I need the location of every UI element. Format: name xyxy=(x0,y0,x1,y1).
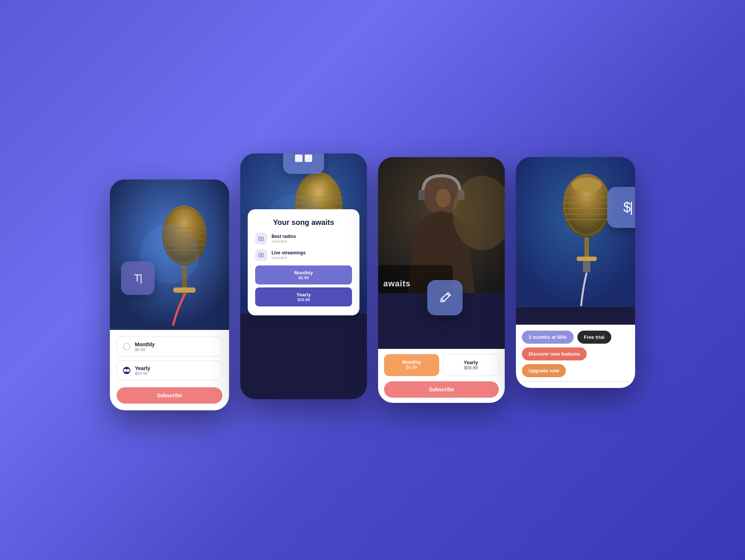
svg-rect-48 xyxy=(583,261,590,272)
main-scene: T| Monthly $6.99 Yearly $59.99 xyxy=(112,150,633,410)
svg-point-29 xyxy=(260,255,262,256)
text-cursor-icon: T| xyxy=(134,272,142,284)
yearly-radio[interactable] xyxy=(123,367,130,374)
discover-features-pill[interactable]: Discover new features xyxy=(522,347,587,360)
phone1-text-icon: T| xyxy=(121,261,155,295)
monthly-label: Monthly $6.99 xyxy=(135,341,155,352)
subscribe-button-1[interactable]: Subscribe xyxy=(117,387,222,404)
svg-point-27 xyxy=(260,238,262,240)
divider-bar xyxy=(522,381,629,382)
phone2-subscription-card: Your song awaits Best radios included Li… xyxy=(248,209,359,315)
phone1-options-panel: Monthly $6.99 Yearly $59.99 Subscribe xyxy=(110,330,229,410)
phone-3: awaits Monthly $6.99 Yearly $59.99 Subsc… xyxy=(378,157,505,403)
phone-4: $| xyxy=(516,157,635,388)
svg-rect-32 xyxy=(418,190,425,200)
radio-feature-icon xyxy=(255,233,267,245)
pill-row-2: Discover new features Upgrade now xyxy=(522,347,629,377)
grid-icon-svg xyxy=(294,153,313,163)
yearly-label: Yearly $59.99 xyxy=(135,365,150,376)
radios-feature-text: Best radios included xyxy=(272,234,296,244)
svg-rect-14 xyxy=(305,155,312,162)
dollar-cursor-icon: $| xyxy=(623,200,632,215)
svg-rect-46 xyxy=(577,257,597,261)
phone3-monthly-card[interactable]: Monthly $6.99 xyxy=(384,354,439,376)
pill-row-1: 3 months at 50% Free trial xyxy=(522,331,629,344)
streaming-feature-text: Live streamings included xyxy=(272,250,305,260)
phone-2: Your song awaits Best radios included Li… xyxy=(240,153,367,399)
svg-point-34 xyxy=(436,189,451,207)
svg-point-47 xyxy=(572,178,602,192)
phone2-title: Your song awaits xyxy=(255,218,352,227)
upgrade-now-pill[interactable]: Upgrade now xyxy=(522,364,566,377)
phone-1: T| Monthly $6.99 Yearly $59.99 xyxy=(110,179,229,410)
feature-row-streaming: Live streamings included xyxy=(255,249,352,261)
phone1-bg xyxy=(110,179,229,330)
yearly-option[interactable]: Yearly $59.99 xyxy=(117,360,222,381)
phone2-grid-icon xyxy=(283,153,324,174)
phone3-yearly-card[interactable]: Yearly $59.99 xyxy=(443,354,499,376)
radio-check-dot xyxy=(124,369,127,372)
pencil-icon-svg xyxy=(438,290,453,305)
phone2-yearly-button[interactable]: Yearly $59.99 xyxy=(255,287,352,306)
feature-row-radios: Best radios included xyxy=(255,233,352,245)
monthly-option[interactable]: Monthly $6.99 xyxy=(117,337,222,357)
subscribe-button-3[interactable]: Subscribe xyxy=(384,381,499,398)
price-cards-container: Monthly $6.99 Yearly $59.99 xyxy=(384,354,499,376)
phone4-bg xyxy=(516,157,635,307)
svg-rect-13 xyxy=(295,155,302,162)
three-months-pill[interactable]: 3 months at 50% xyxy=(522,331,574,344)
phone4-dollar-icon: $| xyxy=(607,187,635,228)
phone2-monthly-button[interactable]: Monthly $6.99 xyxy=(255,265,352,284)
phone3-awaits-text: awaits xyxy=(383,279,410,289)
phone3-bottom-panel: Monthly $6.99 Yearly $59.99 Subscribe xyxy=(378,349,505,403)
phone3-bg: awaits xyxy=(378,157,505,292)
phone4-bottom-panel: 3 months at 50% Free trial Discover new … xyxy=(516,325,635,388)
free-trial-pill[interactable]: Free trial xyxy=(577,331,611,344)
phone3-pencil-icon xyxy=(427,280,463,315)
streaming-feature-icon xyxy=(255,249,267,261)
monthly-radio[interactable] xyxy=(123,343,130,350)
svg-rect-9 xyxy=(173,287,196,293)
